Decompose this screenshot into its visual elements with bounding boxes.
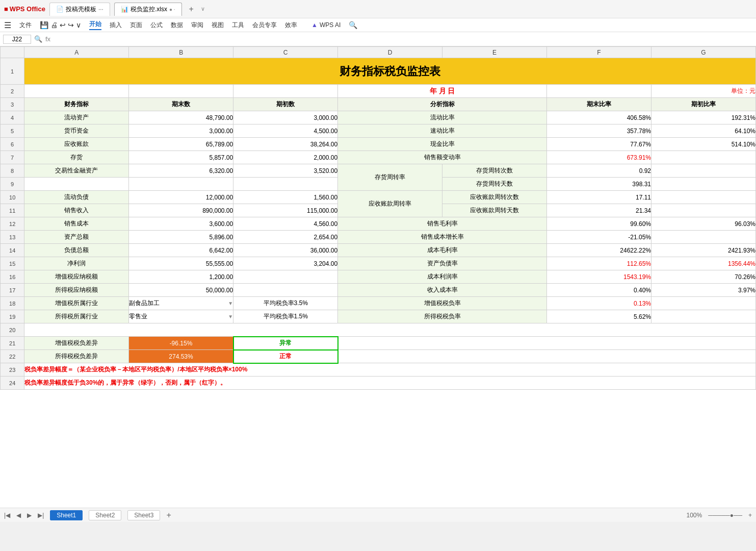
cell-c21: 异常 xyxy=(233,337,338,350)
menu-efficiency[interactable]: 效率 xyxy=(285,21,297,30)
cell-a19: 所得税所属行业 xyxy=(24,310,129,323)
header-period-start: 期初数 xyxy=(233,98,338,111)
cell-a5: 货币资金 xyxy=(24,124,129,138)
new-tab-button[interactable]: + xyxy=(186,5,197,14)
cell-f5: 357.78% xyxy=(547,124,651,138)
cell-c6: 38,264.00 xyxy=(233,138,338,151)
formula-bar: J22 🔍 fx xyxy=(0,32,756,46)
row-num-9: 9 xyxy=(1,178,24,191)
col-header-a[interactable]: A xyxy=(24,47,129,58)
menu-insert[interactable]: 插入 xyxy=(110,21,122,30)
cell-c14: 36,000.00 xyxy=(233,244,338,257)
col-header-f[interactable]: F xyxy=(547,47,651,58)
hamburger-menu[interactable]: ☰ xyxy=(4,20,11,30)
cell-d13: 销售成本增长率 xyxy=(338,231,547,244)
zoom-in-icon[interactable]: + xyxy=(748,512,752,519)
tab-tax-monitor[interactable]: 📊 税负监控.xlsx ● · xyxy=(114,3,182,16)
menu-file[interactable]: 文件 xyxy=(19,21,32,30)
menu-vip[interactable]: 会员专享 xyxy=(252,21,277,30)
dropdown-arrow-icon[interactable]: ▼ xyxy=(228,300,233,306)
col-header-e[interactable]: E xyxy=(442,47,547,58)
menu-view[interactable]: 视图 xyxy=(212,21,224,30)
col-header-g[interactable]: G xyxy=(651,47,756,58)
search-icon[interactable]: 🔍 xyxy=(349,21,357,29)
cell-g15: 1356.44% xyxy=(651,257,756,270)
table-row: 3 财务指标 期末数 期初数 分析指标 期末比率 期初比率 xyxy=(1,98,756,111)
table-row: 20 xyxy=(1,323,756,337)
cell-g10 xyxy=(651,191,756,204)
row-num-17: 17 xyxy=(1,284,24,297)
print-icon[interactable]: 🖨 xyxy=(50,21,58,29)
cell-b11: 890,000.00 xyxy=(129,204,233,217)
sheet-tab-1[interactable]: Sheet1 xyxy=(50,510,83,520)
cell-f12: 99.60% xyxy=(547,217,651,231)
table-row: 23 税负率差异幅度＝（某企业税负率－本地区平均税负率）/本地区平均税负率×10… xyxy=(1,363,756,377)
cell-c7: 2,000.00 xyxy=(233,151,338,164)
cell-c16 xyxy=(233,270,338,284)
formula-input[interactable] xyxy=(54,36,753,43)
cell-f8: 0.92 xyxy=(547,164,651,178)
cell-a8: 交易性金融资产 xyxy=(24,164,129,178)
sheet-tab-2[interactable]: Sheet2 xyxy=(89,510,121,520)
col-header-b[interactable]: B xyxy=(129,47,233,58)
add-sheet-button[interactable]: + xyxy=(166,511,171,520)
cell-f10: 17.11 xyxy=(547,191,651,204)
col-header-c[interactable]: C xyxy=(233,47,338,58)
sheet-nav-prev[interactable]: ◀ xyxy=(16,512,21,519)
cell-reference[interactable]: J22 xyxy=(3,35,31,44)
more-icon[interactable]: ∨ xyxy=(76,21,81,29)
sheet-nav-last[interactable]: ▶| xyxy=(38,512,44,519)
tab-menu-dots[interactable]: ··· xyxy=(98,6,103,13)
redo-icon[interactable]: ↪ xyxy=(68,21,74,29)
table-row: 8 交易性金融资产 6,320.00 3,520.00 存货周转率 存货周转次数… xyxy=(1,164,756,178)
cell-f6: 77.67% xyxy=(547,138,651,151)
col-header-d[interactable]: D xyxy=(338,47,442,58)
table-row: 22 所得税税负差异 274.53% 正常 xyxy=(1,350,756,363)
cell-g7 xyxy=(651,151,756,164)
header-finance-indicator: 财务指标 xyxy=(24,98,129,111)
undo-icon[interactable]: ↩ xyxy=(60,21,66,29)
sheet-tab-3[interactable]: Sheet3 xyxy=(127,510,160,520)
cell-b18[interactable]: 副食品加工 ▼ xyxy=(129,297,233,310)
cell-b21: -96.15% xyxy=(129,337,233,350)
table-row: 15 净利润 55,555.00 3,204.00 资产负债率 112.65% … xyxy=(1,257,756,270)
cell-c4: 3,000.00 xyxy=(233,111,338,124)
table-row: 14 负债总额 6,642.00 36,000.00 成本毛利率 24622.2… xyxy=(1,244,756,257)
fx-label: fx xyxy=(45,35,50,43)
cell-a10: 流动负债 xyxy=(24,191,129,204)
app-title: WPS Office xyxy=(10,5,45,13)
cell-f18: 0.13% xyxy=(547,297,651,310)
save-icon[interactable]: 💾 xyxy=(40,21,48,29)
dropdown-arrow-icon-2[interactable]: ▼ xyxy=(228,314,233,319)
cell-b12: 3,600.00 xyxy=(129,217,233,231)
table-row: 7 存货 5,857.00 2,000.00 销售额变动率 673.91% xyxy=(1,151,756,164)
row-num-5: 5 xyxy=(1,124,24,138)
menu-formula[interactable]: 公式 xyxy=(150,21,163,30)
row-num-24: 24 xyxy=(1,377,24,390)
zoom-slider[interactable]: ─────●── xyxy=(708,512,742,519)
wps-ai-button[interactable]: ▲ WPS AI xyxy=(311,21,341,29)
sheet-nav-next[interactable]: ▶ xyxy=(27,512,32,519)
table-row: 2 年 月 日 单位：元 xyxy=(1,85,756,98)
menu-tools[interactable]: 工具 xyxy=(232,21,244,30)
menu-page[interactable]: 页面 xyxy=(130,21,142,30)
header-start-rate: 期初比率 xyxy=(651,98,756,111)
sheet-nav-first[interactable]: |◀ xyxy=(4,512,10,519)
cell-b17: 50,000.00 xyxy=(129,284,233,297)
date-label: 年 月 日 xyxy=(338,85,547,98)
cell-g8 xyxy=(651,164,756,178)
tab-draft-template[interactable]: 📄 投稿壳模板 ··· xyxy=(49,3,110,16)
menu-data[interactable]: 数据 xyxy=(171,21,183,30)
cell-d8-merged: 存货周转率 xyxy=(338,164,442,191)
cell-f14: 24622.22% xyxy=(547,244,651,257)
cell-f9: 398.31 xyxy=(547,178,651,191)
menu-review[interactable]: 审阅 xyxy=(191,21,203,30)
cell-c9 xyxy=(233,178,338,191)
cell-d14: 成本毛利率 xyxy=(338,244,547,257)
function-search-icon[interactable]: 🔍 xyxy=(34,35,42,43)
cell-b19[interactable]: 零售业 ▼ xyxy=(129,310,233,323)
table-row: 17 所得税应纳税额 50,000.00 收入成本率 0.40% 3.97% xyxy=(1,284,756,297)
menu-home[interactable]: 开始 xyxy=(89,20,101,30)
cell-e10: 应收账款周转次数 xyxy=(442,191,547,204)
status-bar: |◀ ◀ ▶ ▶| Sheet1 Sheet2 Sheet3 + 100% ──… xyxy=(0,508,756,522)
